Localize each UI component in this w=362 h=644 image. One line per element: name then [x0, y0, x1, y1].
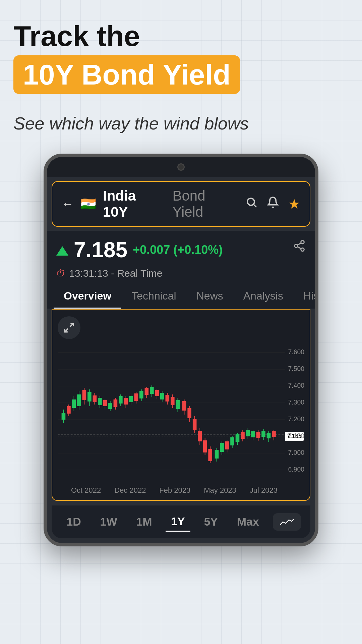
tab-history[interactable]: Histo...	[293, 284, 318, 309]
tab-technical[interactable]: Technical	[121, 284, 186, 309]
tab-news[interactable]: News	[186, 284, 233, 309]
phone-container: ← 🇮🇳 India 10Y Bond Yield	[13, 154, 349, 546]
svg-rect-22	[67, 406, 71, 414]
price-section: 7.185 +0.007 (+0.10%)	[47, 231, 315, 266]
svg-rect-52	[145, 388, 149, 395]
svg-rect-74	[203, 440, 207, 452]
x-axis-labels: Oct 2022 Dec 2022 Feb 2023 May 2023 Jul …	[58, 483, 304, 495]
x-label-dec2022: Dec 2022	[114, 486, 146, 495]
price-time-section: ⏱ 13:31:13 - Real Time	[47, 266, 315, 284]
back-button[interactable]: ←	[62, 197, 74, 211]
timerange-1w[interactable]: 1W	[95, 513, 123, 531]
phone-camera	[177, 163, 185, 171]
svg-rect-84	[230, 437, 234, 445]
svg-rect-70	[193, 419, 197, 430]
svg-rect-88	[241, 432, 245, 439]
svg-rect-46	[129, 396, 133, 402]
svg-point-0	[247, 198, 254, 205]
svg-point-5	[301, 248, 304, 251]
svg-rect-86	[236, 434, 240, 442]
svg-point-4	[295, 244, 298, 248]
chart-expand-button[interactable]	[58, 316, 80, 339]
svg-rect-94	[256, 432, 260, 438]
svg-rect-96	[261, 431, 265, 437]
svg-rect-32	[93, 395, 97, 402]
svg-text:7.500: 7.500	[288, 365, 304, 372]
price-timestamp: 13:31:13 - Real Time	[69, 268, 162, 279]
time-range-bar: 1D 1W 1M 1Y 5Y Max	[52, 505, 310, 538]
svg-rect-30	[87, 392, 92, 401]
svg-text:7.600: 7.600	[288, 348, 304, 355]
timerange-max[interactable]: Max	[232, 513, 264, 531]
svg-rect-42	[119, 396, 123, 404]
svg-text:6.900: 6.900	[288, 465, 304, 473]
svg-rect-60	[166, 395, 170, 401]
svg-rect-98	[267, 433, 271, 438]
hero-section: Track the 10Y Bond Yield See which way t…	[13, 20, 349, 133]
phone-top-bar	[47, 157, 315, 177]
svg-rect-56	[155, 390, 159, 396]
svg-rect-36	[103, 400, 107, 406]
svg-rect-80	[220, 443, 224, 452]
timerange-5y[interactable]: 5Y	[198, 513, 223, 531]
svg-text:7.400: 7.400	[288, 381, 304, 389]
favorite-star-icon[interactable]: ★	[288, 196, 300, 212]
svg-rect-72	[198, 431, 202, 441]
x-label-jul2023: Jul 2023	[250, 486, 278, 495]
tab-overview[interactable]: Overview	[54, 284, 121, 309]
x-label-oct2022: Oct 2022	[71, 486, 101, 495]
chart-type-button[interactable]	[273, 513, 301, 531]
tab-analysis[interactable]: Analysis	[233, 284, 293, 309]
phone-mockup: ← 🇮🇳 India 10Y Bond Yield	[44, 154, 318, 546]
price-value: 7.185	[74, 237, 127, 262]
svg-rect-76	[208, 449, 212, 461]
svg-rect-92	[251, 431, 255, 437]
nav-title-light: Bond Yield	[172, 188, 239, 220]
svg-text:7.100: 7.100	[288, 432, 304, 439]
nav-icons: ★	[245, 196, 300, 212]
share-icon[interactable]	[293, 239, 306, 255]
svg-rect-40	[114, 399, 118, 407]
price-main: 7.185 +0.007 (+0.10%)	[56, 237, 223, 262]
svg-rect-62	[171, 397, 175, 405]
nav-title-bold: India 10Y	[103, 188, 164, 220]
chart-container: 7.185 7.600 7.500 7.400 7.300 7.200 7.10…	[52, 309, 310, 501]
timerange-1y[interactable]: 1Y	[166, 512, 190, 532]
svg-text:7.000: 7.000	[288, 448, 304, 456]
svg-rect-20	[62, 413, 66, 420]
svg-rect-54	[150, 387, 154, 394]
svg-line-6	[298, 247, 301, 249]
tabs-bar: Overview Technical News Analysis Histo..…	[47, 284, 315, 309]
x-label-may2023: May 2023	[204, 486, 236, 495]
svg-line-1	[254, 205, 256, 207]
hero-track-label: Track the	[13, 20, 349, 52]
svg-rect-38	[108, 403, 112, 409]
timerange-1m[interactable]: 1M	[131, 513, 157, 531]
svg-rect-66	[182, 401, 186, 411]
hero-subtitle: See which way the wind blows	[13, 113, 349, 133]
svg-text:7.300: 7.300	[288, 398, 304, 406]
svg-rect-58	[160, 393, 164, 399]
svg-rect-26	[77, 394, 81, 406]
clock-icon: ⏱	[56, 268, 66, 279]
svg-rect-90	[246, 430, 250, 436]
price-change: +0.007 (+0.10%)	[133, 243, 223, 257]
flag-icon: 🇮🇳	[80, 197, 96, 211]
alert-icon[interactable]	[267, 196, 279, 211]
x-label-feb2023: Feb 2023	[159, 486, 190, 495]
svg-rect-24	[72, 399, 76, 408]
svg-rect-34	[98, 398, 102, 405]
search-icon[interactable]	[245, 196, 257, 211]
svg-point-3	[301, 240, 304, 244]
svg-rect-50	[139, 391, 143, 398]
candlestick-chart: 7.185 7.600 7.500 7.400 7.300 7.200 7.10…	[58, 342, 304, 483]
svg-line-7	[298, 243, 301, 245]
svg-rect-78	[215, 450, 219, 459]
svg-rect-64	[176, 400, 180, 409]
svg-rect-48	[134, 393, 138, 401]
svg-rect-100	[272, 431, 276, 437]
nav-bar: ← 🇮🇳 India 10Y Bond Yield	[52, 181, 310, 227]
hero-highlight-label: 10Y Bond Yield	[13, 55, 240, 94]
svg-text:7.200: 7.200	[288, 415, 304, 422]
timerange-1d[interactable]: 1D	[61, 513, 86, 531]
